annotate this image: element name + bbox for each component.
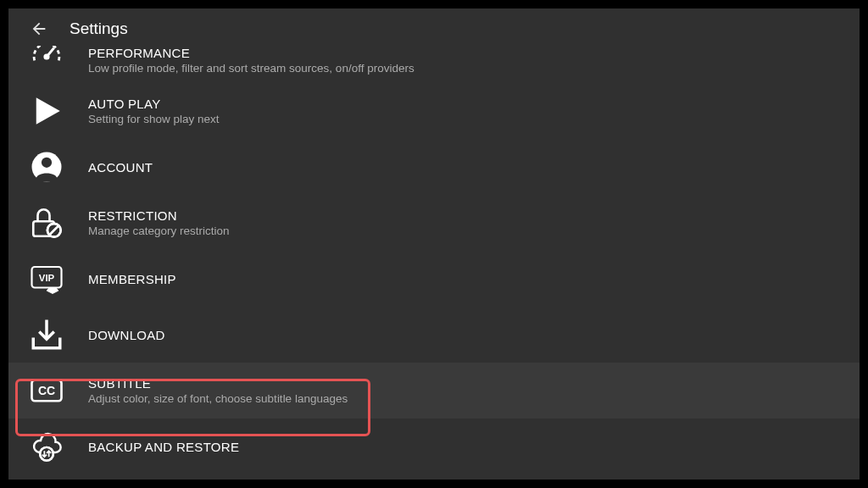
- item-desc: Low profile mode, filter and sort stream…: [88, 62, 415, 75]
- item-desc: Setting for show play next: [88, 113, 220, 125]
- cloud-sync-icon: [29, 429, 64, 464]
- item-desc: Adjust color, size of font, choose subti…: [88, 392, 348, 405]
- performance-icon: [29, 46, 64, 75]
- svg-point-3: [42, 158, 52, 168]
- item-texts: PERFORMANCE Low profile mode, filter and…: [88, 46, 415, 75]
- settings-item-autoplay[interactable]: AUTO PLAY Setting for show play next: [8, 83, 860, 139]
- play-icon: [29, 93, 64, 129]
- account-icon: [29, 149, 64, 185]
- svg-text:VIP: VIP: [39, 273, 55, 283]
- settings-item-account[interactable]: ACCOUNT: [8, 139, 860, 195]
- item-texts: MEMBERSHIP: [88, 272, 176, 286]
- item-desc: Manage category restriction: [88, 225, 230, 237]
- svg-text:CC: CC: [38, 384, 55, 397]
- svg-point-1: [45, 55, 48, 58]
- settings-screen: Settings PERFORMANCE Low profile mode, f…: [8, 8, 860, 480]
- settings-item-restriction[interactable]: RESTRICTION Manage category restriction: [8, 195, 860, 251]
- item-texts: BACKUP AND RESTORE: [88, 440, 239, 454]
- item-label: RESTRICTION: [88, 208, 230, 223]
- item-label: PERFORMANCE: [88, 46, 415, 60]
- settings-item-performance[interactable]: PERFORMANCE Low profile mode, filter and…: [8, 46, 860, 83]
- item-texts: RESTRICTION Manage category restriction: [88, 208, 230, 237]
- settings-item-download[interactable]: DOWNLOAD: [8, 307, 860, 363]
- item-label: SUBTITLE: [88, 376, 348, 391]
- item-texts: ACCOUNT: [88, 160, 153, 175]
- settings-list: PERFORMANCE Low profile mode, filter and…: [8, 49, 860, 474]
- item-label: ACCOUNT: [88, 160, 153, 175]
- download-icon: [29, 317, 64, 352]
- cc-icon: CC: [29, 373, 64, 408]
- back-icon[interactable]: [29, 19, 49, 39]
- header: Settings: [8, 8, 860, 49]
- item-texts: SUBTITLE Adjust color, size of font, cho…: [88, 376, 348, 405]
- item-texts: AUTO PLAY Setting for show play next: [88, 97, 220, 125]
- item-label: MEMBERSHIP: [88, 272, 176, 286]
- item-label: BACKUP AND RESTORE: [88, 440, 239, 454]
- vip-icon: VIP: [29, 261, 64, 297]
- settings-item-subtitle[interactable]: CC SUBTITLE Adjust color, size of font, …: [8, 363, 860, 419]
- lock-ban-icon: [29, 205, 64, 241]
- item-texts: DOWNLOAD: [88, 328, 165, 342]
- page-title: Settings: [70, 19, 128, 38]
- settings-item-membership[interactable]: VIP MEMBERSHIP: [8, 251, 860, 307]
- item-label: AUTO PLAY: [88, 97, 220, 111]
- item-label: DOWNLOAD: [88, 328, 165, 342]
- settings-item-backup[interactable]: BACKUP AND RESTORE: [8, 419, 860, 474]
